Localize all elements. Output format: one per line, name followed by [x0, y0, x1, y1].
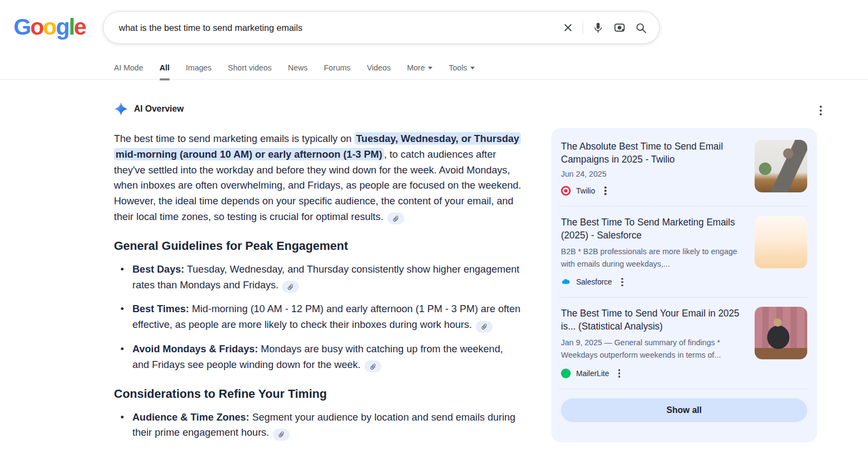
guidelines-list: Best Days: Tuesday, Wednesday, and Thurs…: [114, 262, 522, 373]
search-divider: [583, 21, 583, 35]
logo-letter: G: [14, 14, 30, 40]
considerations-list: Audience & Time Zones: Segment your audi…: [114, 410, 522, 441]
logo-letter: l: [69, 14, 74, 40]
tab-all[interactable]: All: [159, 59, 170, 77]
section-heading: Considerations to Refine Your Timing: [114, 387, 522, 401]
chevron-down-icon: [470, 67, 475, 69]
ai-overview-header: AI Overview: [114, 102, 522, 116]
tab-label: Short videos: [228, 63, 272, 72]
google-logo[interactable]: Google: [14, 14, 86, 40]
tab-tools[interactable]: Tools: [449, 59, 475, 77]
mic-icon[interactable]: [592, 22, 604, 34]
logo-letter: e: [74, 14, 85, 40]
tab-label: News: [288, 63, 308, 72]
tab-short-videos[interactable]: Short videos: [228, 59, 272, 77]
bullet-text: Mid-morning (10 AM - 12 PM) and early af…: [132, 303, 520, 330]
list-item: Best Times: Mid-morning (10 AM - 12 PM) …: [114, 301, 522, 333]
citation-chip[interactable]: [282, 281, 299, 293]
source-name: MailerLite: [576, 369, 609, 378]
card-more-options-icon[interactable]: [603, 185, 608, 197]
card-thumbnail[interactable]: [755, 216, 807, 268]
paperclip-icon: [479, 321, 489, 331]
source-name: Twilio: [576, 186, 595, 195]
ai-overview-label: AI Overview: [134, 104, 184, 114]
twilio-logo-icon: [561, 186, 571, 196]
card-thumbnail[interactable]: [755, 307, 807, 359]
card-thumbnail[interactable]: [755, 140, 807, 192]
bullet-text: Tuesday, Wednesday, and Thursday consist…: [132, 263, 519, 290]
card-snippet: Jan 9, 2025 — General summary of finding…: [561, 337, 745, 361]
card-title[interactable]: The Best Time To Send Marketing Emails (…: [561, 216, 747, 242]
card-date: Jun 24, 2025: [561, 170, 747, 178]
logo-letter: o: [30, 14, 43, 40]
paperclip-icon: [286, 282, 296, 292]
chevron-down-icon: [428, 67, 432, 69]
logo-letter: o: [43, 14, 56, 40]
tab-label: AI Mode: [114, 63, 143, 72]
tab-forums[interactable]: Forums: [324, 59, 350, 77]
list-item: Best Days: Tuesday, Wednesday, and Thurs…: [114, 262, 522, 293]
tab-images[interactable]: Images: [186, 59, 212, 77]
show-all-button[interactable]: Show all: [561, 398, 807, 422]
card-divider: [561, 389, 807, 389]
google-search-results-page: Google what is the best time to send mar…: [0, 0, 868, 465]
citation-chip[interactable]: [387, 212, 404, 224]
lens-camera-icon[interactable]: [613, 21, 626, 34]
card-divider: [561, 206, 807, 206]
tab-label: More: [407, 63, 425, 72]
source-name: Salesforce: [576, 277, 612, 286]
citation-chip[interactable]: [273, 429, 290, 441]
ai-overview-more-options-icon[interactable]: [818, 104, 824, 117]
bullet-lead: Best Times:: [132, 303, 189, 314]
header-divider: [0, 79, 868, 80]
paperclip-icon: [276, 430, 286, 440]
tab-label: All: [159, 63, 170, 72]
mailerlite-logo-icon: [561, 369, 571, 378]
search-icon[interactable]: [635, 22, 647, 34]
card-more-options-icon[interactable]: [620, 276, 625, 288]
tab-ai-mode[interactable]: AI Mode: [114, 59, 143, 77]
tab-videos[interactable]: Videos: [367, 59, 391, 77]
tab-label: Forums: [324, 63, 350, 72]
card-more-options-icon[interactable]: [617, 367, 622, 379]
card-title[interactable]: The Absolute Best Time to Send Email Cam…: [561, 140, 747, 166]
list-item: Avoid Mondays & Fridays: Mondays are bus…: [114, 341, 522, 373]
source-card-mailerlite[interactable]: The Best Time to Send Your Email in 2025…: [561, 307, 807, 379]
paperclip-icon: [391, 214, 400, 223]
ai-sparkle-icon: [114, 102, 128, 116]
close-icon[interactable]: [562, 22, 574, 34]
source-card-salesforce[interactable]: The Best Time To Send Marketing Emails (…: [561, 216, 807, 288]
tab-news[interactable]: News: [288, 59, 308, 77]
ai-overview-section: AI Overview The best time to send market…: [114, 102, 522, 449]
search-query-text[interactable]: what is the best time to send marketing …: [119, 23, 562, 33]
paperclip-icon: [368, 361, 378, 371]
tab-label: Tools: [449, 63, 467, 72]
card-snippet: B2B * B2B professionals are more likely …: [561, 246, 745, 270]
search-input[interactable]: what is the best time to send marketing …: [103, 11, 660, 44]
bullet-lead: Best Days:: [132, 263, 184, 275]
paragraph-text: The best time to send marketing emails i…: [114, 133, 354, 144]
sources-panel: The Absolute Best Time to Send Email Cam…: [551, 128, 817, 442]
tab-more[interactable]: More: [407, 59, 432, 77]
list-item: Audience & Time Zones: Segment your audi…: [114, 410, 522, 441]
results-tabs: AI Mode All Images Short videos News For…: [114, 59, 475, 77]
citation-chip[interactable]: [365, 360, 381, 372]
ai-overview-paragraph: The best time to send marketing emails i…: [114, 131, 522, 225]
card-divider: [561, 297, 807, 298]
card-title[interactable]: The Best Time to Send Your Email in 2025…: [561, 307, 747, 333]
bullet-lead: Audience & Time Zones:: [132, 411, 250, 423]
logo-letter: g: [56, 14, 69, 40]
tab-label: Images: [186, 63, 212, 72]
tab-label: Videos: [367, 63, 391, 72]
bullet-lead: Avoid Mondays & Fridays:: [132, 343, 258, 354]
citation-chip[interactable]: [476, 321, 493, 333]
source-card-twilio[interactable]: The Absolute Best Time to Send Email Cam…: [561, 140, 807, 197]
salesforce-cloud-icon: [561, 277, 571, 287]
section-heading: General Guidelines for Peak Engagement: [114, 239, 522, 253]
